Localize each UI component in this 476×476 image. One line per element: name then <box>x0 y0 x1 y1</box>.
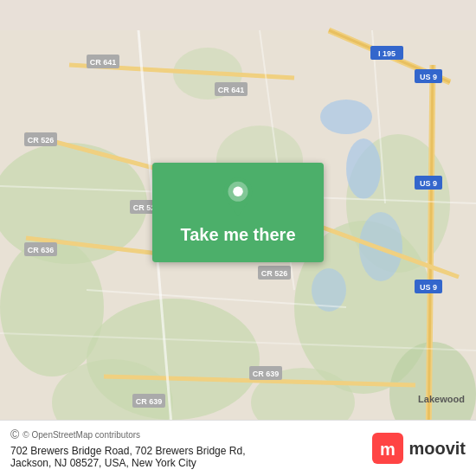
location-pin-icon <box>221 177 255 218</box>
svg-point-57 <box>233 186 243 196</box>
moovit-text: moovit <box>408 439 466 459</box>
osm-text: © OpenStreetMap contributors <box>23 430 140 440</box>
cta-label-text: Take me there <box>180 225 295 245</box>
map-container: I 195 US 9 US 9 US 9 CR 641 CR 641 CR 52… <box>0 0 476 476</box>
address-line: 702 Brewers Bridge Road, 702 Brewers Bri… <box>10 445 245 469</box>
cta-overlay: Take me there <box>0 0 476 476</box>
moovit-logo: m moovit <box>372 433 466 464</box>
address-text-1: 702 Brewers Bridge Road, 702 Brewers Bri… <box>10 445 245 457</box>
attribution-bar: © © OpenStreetMap contributors 702 Brewe… <box>0 420 476 476</box>
address-text-2: Jackson, NJ 08527, USA, New York City <box>10 457 196 469</box>
svg-text:m: m <box>381 440 396 459</box>
cta-button[interactable]: Take me there <box>152 163 323 262</box>
osm-attribution: © © OpenStreetMap contributors <box>10 428 245 441</box>
moovit-icon: m <box>372 433 403 464</box>
attribution-left: © © OpenStreetMap contributors 702 Brewe… <box>10 428 245 469</box>
svg-marker-58 <box>228 203 247 215</box>
osm-icon: © <box>10 428 19 441</box>
